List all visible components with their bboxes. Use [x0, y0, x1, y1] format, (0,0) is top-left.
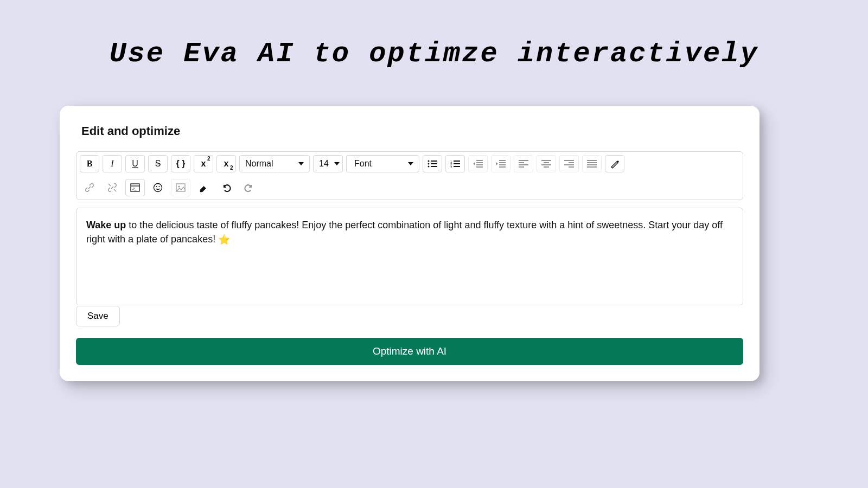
svg-point-0: [428, 160, 430, 162]
align-right-button[interactable]: [559, 155, 579, 172]
svg-rect-12: [476, 160, 483, 161]
superscript-button[interactable]: x2: [194, 155, 213, 172]
editor-lead: Wake up: [86, 220, 126, 230]
save-button[interactable]: Save: [76, 306, 120, 326]
svg-rect-14: [476, 164, 483, 165]
svg-rect-11: [454, 166, 460, 167]
bold-button[interactable]: B: [80, 155, 99, 172]
svg-point-43: [154, 184, 162, 192]
hr-icon: //_: [130, 183, 140, 192]
code-block-button[interactable]: { }: [171, 155, 190, 172]
brush-button[interactable]: [605, 155, 624, 172]
svg-rect-23: [519, 162, 524, 163]
svg-text:3: 3: [450, 165, 452, 168]
svg-line-38: [108, 184, 111, 186]
bullet-list-button[interactable]: [423, 155, 442, 172]
svg-rect-35: [587, 162, 597, 163]
svg-rect-20: [499, 166, 506, 168]
svg-rect-28: [541, 164, 551, 165]
eraser-button[interactable]: [194, 179, 213, 196]
align-justify-button[interactable]: [582, 155, 602, 172]
svg-rect-24: [519, 164, 528, 165]
brush-icon: [610, 159, 620, 169]
numbered-list-button[interactable]: 1 2 3: [445, 155, 465, 172]
bullet-list-icon: [427, 160, 437, 168]
undo-button[interactable]: [216, 179, 236, 196]
editor-toolbar: B I U S { } x2 x2 Normal 14 Font: [76, 151, 743, 200]
svg-rect-22: [519, 160, 528, 161]
star-icon: ⭐: [218, 233, 230, 247]
svg-rect-27: [544, 162, 549, 163]
image-icon: [176, 183, 186, 192]
svg-rect-30: [564, 160, 574, 161]
align-center-button[interactable]: [537, 155, 556, 172]
chevron-down-icon: [408, 162, 413, 165]
redo-icon: [244, 183, 254, 192]
align-center-icon: [541, 160, 551, 168]
svg-rect-36: [587, 164, 597, 165]
svg-rect-25: [519, 166, 524, 168]
emoji-button[interactable]: [148, 179, 168, 196]
indent-icon: [496, 160, 506, 168]
svg-rect-31: [569, 162, 574, 163]
optimize-with-ai-button[interactable]: Optimize with AI: [76, 338, 743, 365]
undo-icon: [221, 183, 231, 192]
strikethrough-button[interactable]: S: [148, 155, 168, 172]
svg-point-44: [156, 186, 157, 187]
paragraph-format-select[interactable]: Normal: [239, 155, 310, 172]
svg-rect-17: [499, 160, 506, 161]
numbered-list-icon: 1 2 3: [450, 160, 460, 168]
align-left-icon: [519, 160, 528, 168]
page-title: Use Eva AI to optimze interactively: [0, 0, 868, 70]
svg-rect-15: [476, 166, 483, 168]
svg-rect-19: [499, 164, 506, 165]
svg-line-39: [114, 189, 116, 191]
svg-text://_: //_: [132, 187, 137, 191]
editor-content[interactable]: Wake up to the delicious taste of fluffy…: [76, 208, 743, 305]
svg-point-4: [428, 166, 430, 168]
svg-rect-1: [431, 160, 437, 162]
align-left-button[interactable]: [514, 155, 533, 172]
chevron-down-icon: [334, 162, 340, 165]
outdent-button[interactable]: [468, 155, 488, 172]
editor-card: Edit and optimize B I U S { } x2 x2 Norm…: [60, 106, 760, 381]
svg-point-2: [428, 163, 430, 165]
svg-rect-37: [587, 166, 597, 168]
align-justify-icon: [587, 160, 597, 168]
eraser-icon: [199, 183, 208, 192]
svg-rect-7: [454, 160, 460, 162]
svg-rect-5: [431, 166, 437, 167]
align-right-icon: [564, 160, 574, 168]
underline-button[interactable]: U: [125, 155, 145, 172]
svg-marker-16: [473, 162, 475, 165]
font-family-select[interactable]: Font: [346, 155, 419, 172]
italic-button[interactable]: I: [103, 155, 122, 172]
smile-icon: [153, 183, 163, 192]
svg-marker-21: [496, 162, 498, 165]
unlink-button[interactable]: [103, 179, 122, 196]
svg-rect-34: [587, 160, 597, 161]
subscript-button[interactable]: x2: [216, 155, 236, 172]
unlink-icon: [107, 183, 117, 192]
image-button[interactable]: [171, 179, 190, 196]
svg-rect-3: [431, 163, 437, 164]
chevron-down-icon: [298, 162, 304, 165]
link-button[interactable]: [80, 179, 99, 196]
svg-rect-13: [476, 162, 483, 163]
svg-rect-29: [544, 166, 549, 168]
svg-point-45: [159, 186, 160, 187]
redo-button[interactable]: [239, 179, 259, 196]
editor-body: to the delicious taste of fluffy pancake…: [86, 220, 723, 245]
svg-rect-26: [541, 160, 551, 161]
svg-rect-32: [564, 164, 574, 165]
outdent-icon: [473, 160, 483, 168]
card-title: Edit and optimize: [81, 124, 743, 138]
svg-rect-9: [454, 163, 460, 164]
font-size-select[interactable]: 14: [313, 155, 343, 172]
link-icon: [85, 183, 94, 192]
indent-button[interactable]: [491, 155, 510, 172]
svg-point-47: [178, 186, 180, 188]
horizontal-rule-button[interactable]: //_: [125, 179, 145, 196]
svg-rect-18: [499, 162, 506, 163]
svg-rect-33: [569, 166, 574, 168]
